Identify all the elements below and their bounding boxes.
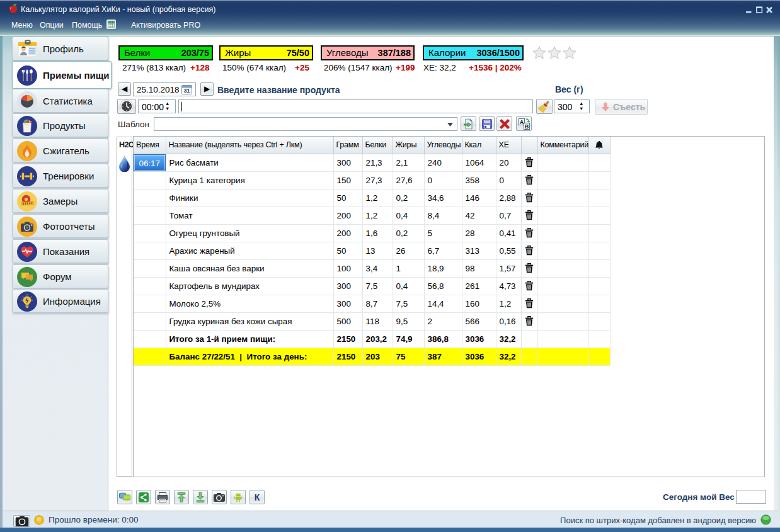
svg-text:К: К xyxy=(255,492,260,502)
svg-text:31: 31 xyxy=(184,88,190,94)
svg-text:B: B xyxy=(524,123,528,129)
svg-text:A: A xyxy=(519,118,523,125)
